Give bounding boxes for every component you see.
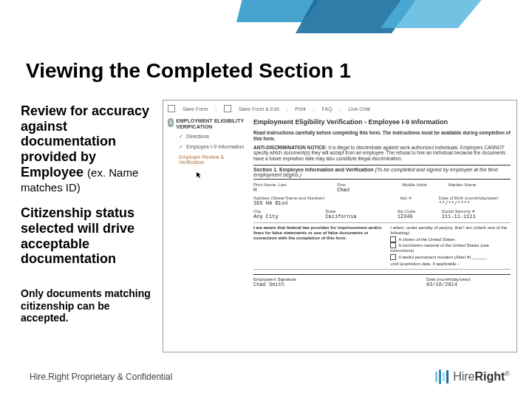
checkbox-icon — [390, 254, 396, 260]
nav-step-header: 1 EMPLOYMENT ELIGIBILITY VERIFICATION — [168, 118, 249, 129]
opt-noncitizen[interactable]: A noncitizen national of the United Stat… — [390, 242, 511, 254]
address-row: Address (Street Name and Number)355 HA B… — [253, 196, 511, 206]
nav-item-employee-info[interactable]: ✓Employee I-9 Information — [179, 144, 249, 150]
slide-title: Viewing the Completed Section 1 — [26, 59, 351, 83]
field-address: Address (Street Name and Number)355 HA B… — [253, 196, 397, 206]
nav-item-employer-review[interactable]: Employer Review & Verification — [179, 154, 249, 165]
opt-expiration-line: until (expiration date, if applicable – — [390, 262, 511, 267]
field-dob: Date of Birth (month/day/year)**/**/**** — [439, 196, 511, 206]
field-zip: Zip Code12345 — [398, 209, 439, 219]
save-exit-icon — [224, 105, 231, 112]
save-button[interactable]: Save Form — [183, 106, 208, 112]
field-first-name: FirstChad — [337, 183, 399, 193]
field-last-name: Print Name: LastH — [253, 183, 334, 193]
paragraph-review: Review for accuracy against documentatio… — [21, 103, 157, 195]
save-icon — [168, 105, 175, 112]
confidential-text: Hire.Right Proprietary & Confidential — [30, 372, 172, 382]
form-body: Employment Eligibility Verification - Em… — [253, 118, 511, 287]
field-city: CityAny City — [253, 209, 322, 219]
print-button[interactable]: Print — [295, 106, 305, 112]
opt-citizen[interactable]: A citizen of the United States — [390, 236, 511, 242]
name-row: Print Name: LastH FirstChad Middle Initi… — [253, 183, 511, 193]
live-chat-button[interactable]: Live Chat — [348, 106, 370, 112]
form-instructions: Read instructions carefully before compl… — [253, 130, 511, 142]
faq-button[interactable]: FAQ — [322, 106, 332, 112]
cursor-icon — [196, 171, 203, 179]
logo-text: HireRight® — [453, 370, 510, 383]
signature-row: Employee's SignatureChad Smith Date (mon… — [253, 274, 511, 287]
app-toolbar: Save Form| Save Form & Exit| Print| FAQ|… — [168, 103, 512, 114]
field-sign-date: Date (month/day/year)03/18/2014 — [426, 277, 511, 287]
paragraph-citizenship: Citizenship status selected will drive a… — [21, 205, 157, 267]
step-nav: 1 EMPLOYMENT ELIGIBILITY VERIFICATION ✓D… — [168, 118, 249, 165]
field-apt: Apt. # — [400, 196, 436, 206]
app-screenshot: Save Form| Save Form & Exit| Print| FAQ|… — [163, 100, 517, 352]
nav-item-directions[interactable]: ✓Directions — [179, 134, 249, 140]
hireright-logo: HireRight® — [435, 369, 510, 384]
anti-discrimination-notice: ANTI-DISCRIMINATION NOTICE: It is illega… — [253, 145, 511, 162]
form-heading: Employment Eligibility Verification - Em… — [253, 118, 511, 126]
logo-bars-icon — [435, 369, 449, 384]
field-middle-initial: Middle Initial — [402, 183, 446, 193]
section-1-header: Section 1. Employee Information and Veri… — [253, 165, 511, 180]
opt-permanent-resident[interactable]: A lawful permanent resident (Alien #) __… — [390, 254, 511, 260]
attest-options: I attest, under penalty of perjury, that… — [390, 225, 511, 267]
city-row: CityAny City StateCalifornia Zip Code123… — [253, 209, 511, 219]
paragraph-only-docs: Only documents matching citizenship can … — [21, 287, 157, 324]
field-ssn: Social Security #111-11-1111 — [442, 209, 511, 219]
field-maiden-name: Maiden Name — [449, 183, 511, 193]
save-exit-button[interactable]: Save Form & Exit — [239, 106, 279, 112]
check-icon: ✓ — [179, 134, 183, 139]
field-state: StateCalifornia — [325, 209, 394, 219]
left-column: Review for accuracy against documentatio… — [21, 103, 157, 324]
check-icon: ✓ — [179, 144, 183, 149]
step-badge: 1 — [168, 118, 174, 127]
step-title: EMPLOYMENT ELIGIBILITY VERIFICATION — [176, 118, 249, 129]
checkbox-icon — [390, 236, 396, 242]
attestation-row: I am aware that federal law provides for… — [253, 222, 511, 270]
aware-text: I am aware that federal law provides for… — [253, 225, 386, 267]
slide-footer: Hire.Right Proprietary & Confidential Hi… — [30, 369, 510, 384]
checkbox-icon — [390, 242, 396, 248]
field-signature: Employee's SignatureChad Smith — [253, 277, 422, 287]
attest-intro: I attest, under penalty of perjury, that… — [390, 225, 511, 236]
top-banner — [0, 0, 532, 44]
